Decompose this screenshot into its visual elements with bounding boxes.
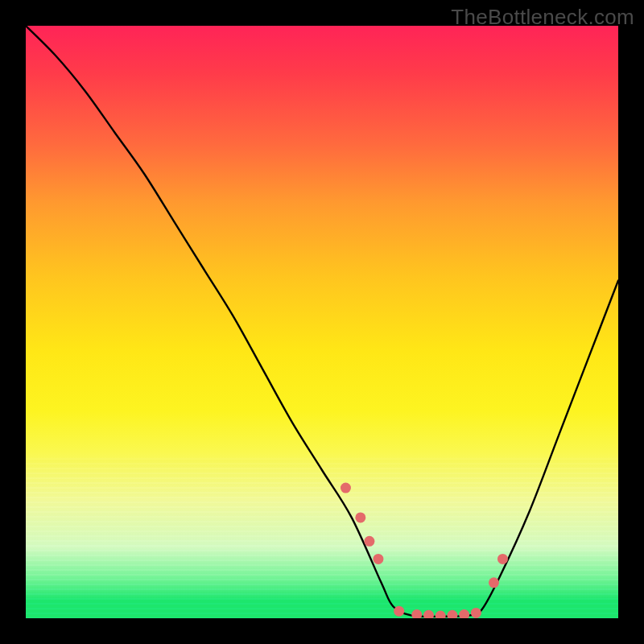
highlight-markers bbox=[341, 483, 508, 618]
highlight-marker bbox=[364, 536, 374, 547]
highlight-marker bbox=[394, 606, 404, 617]
chart-svg bbox=[26, 26, 618, 618]
highlight-marker bbox=[373, 554, 383, 564]
highlight-marker bbox=[341, 483, 351, 493]
highlight-marker bbox=[489, 577, 499, 588]
highlight-marker bbox=[436, 611, 446, 618]
highlight-marker bbox=[497, 554, 508, 564]
highlight-marker bbox=[411, 609, 422, 618]
highlight-marker bbox=[447, 610, 457, 618]
highlight-marker bbox=[459, 609, 469, 618]
plot-area bbox=[26, 26, 618, 618]
watermark-text: TheBottleneck.com bbox=[451, 5, 634, 30]
highlight-marker bbox=[355, 512, 365, 522]
highlight-marker bbox=[423, 610, 434, 618]
highlight-marker bbox=[471, 608, 481, 618]
bottleneck-curve bbox=[26, 26, 618, 617]
